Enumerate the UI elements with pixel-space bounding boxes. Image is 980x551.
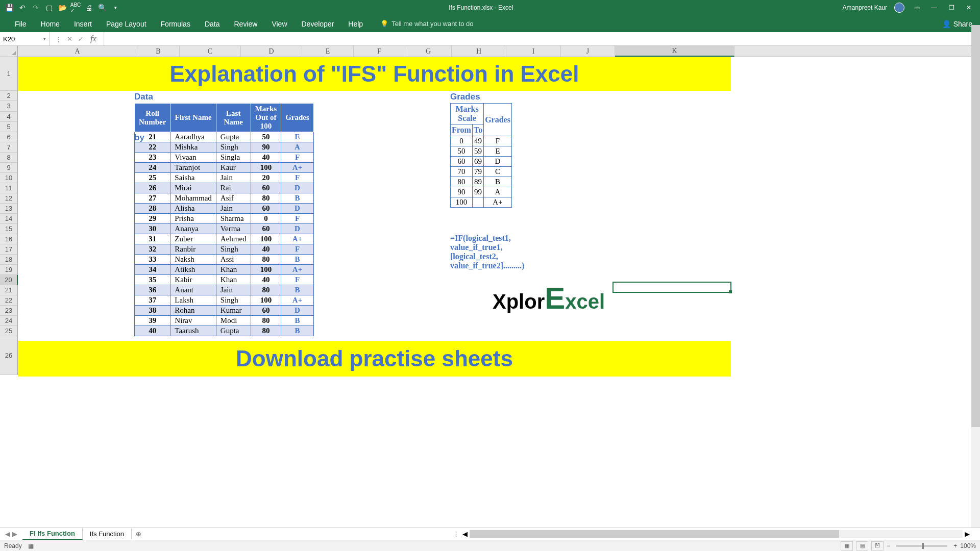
tell-me[interactable]: 💡 Tell me what you want to do <box>380 20 473 28</box>
col-header-E[interactable]: E <box>302 46 354 57</box>
table-row[interactable]: 21AaradhyaGupta50E <box>135 132 314 142</box>
macro-icon[interactable]: ▦ <box>28 542 34 549</box>
th-scale[interactable]: Marks Scale <box>451 104 484 124</box>
table-row[interactable]: 22MishkaSingh90A <box>135 142 314 153</box>
th-marks[interactable]: Marks Out of 100 <box>251 104 281 132</box>
row-header-12[interactable]: 12 <box>0 193 18 204</box>
row-header-25[interactable]: 25 <box>0 326 18 336</box>
ribbon-tab-formulas[interactable]: Formulas <box>154 17 198 31</box>
row-header-15[interactable]: 15 <box>0 224 18 234</box>
redo-icon[interactable]: ↷ <box>32 4 40 12</box>
quickprint-icon[interactable]: 🖨 <box>85 4 93 12</box>
enter-icon[interactable]: ✓ <box>76 35 85 43</box>
col-header-A[interactable]: A <box>18 46 137 57</box>
row-header-26[interactable]: 26 <box>0 336 18 375</box>
pagelayout-view-icon[interactable]: ▤ <box>856 541 868 550</box>
zoom-value[interactable]: 100% <box>960 542 976 549</box>
col-header-G[interactable]: G <box>405 46 452 57</box>
col-header-J[interactable]: J <box>561 46 615 57</box>
minimize-icon[interactable]: — <box>929 3 939 13</box>
row-header-5[interactable]: 5 <box>0 122 18 132</box>
row-header-8[interactable]: 8 <box>0 153 18 163</box>
ribbon-tab-file[interactable]: File <box>8 17 34 31</box>
row-header-21[interactable]: 21 <box>0 285 18 295</box>
close-icon[interactable]: ✕ <box>964 3 974 13</box>
fx-icon[interactable]: fx <box>87 34 100 43</box>
ribbon-tab-home[interactable]: Home <box>34 17 67 31</box>
ribbon-tab-insert[interactable]: Insert <box>67 17 99 31</box>
col-header-K[interactable]: K <box>615 46 734 57</box>
th-grade[interactable]: Grades <box>281 104 314 132</box>
save-icon[interactable]: 💾 <box>5 4 13 12</box>
formula-input[interactable] <box>104 35 968 43</box>
table-row[interactable]: 32RanbirSingh40F <box>135 244 314 255</box>
row-header-1[interactable]: 1 <box>0 57 18 91</box>
row-header-6[interactable]: 6 <box>0 132 18 142</box>
ribbon-tab-page-layout[interactable]: Page Layout <box>99 17 154 31</box>
sheet-tab-other[interactable]: Ifs Function <box>83 529 132 539</box>
table-row[interactable]: 25SaishaJain20F <box>135 173 314 183</box>
row-header-16[interactable]: 16 <box>0 234 18 244</box>
tab-prev-icon[interactable]: ◀ <box>5 530 10 538</box>
normal-view-icon[interactable]: ▦ <box>841 541 853 550</box>
table-row[interactable]: 37LakshSingh100A+ <box>135 295 314 306</box>
table-row[interactable]: 29PrishaSharma0F <box>135 214 314 224</box>
col-header-D[interactable]: D <box>241 46 302 57</box>
avatar[interactable] <box>894 3 904 13</box>
table-row[interactable]: 39NiravModi80B <box>135 316 314 326</box>
col-header-B[interactable]: B <box>137 46 180 57</box>
table-row[interactable]: 27MohammadAsif80B <box>135 193 314 204</box>
th-grades[interactable]: Grades <box>484 104 512 136</box>
cancel-icon[interactable]: ✕ <box>65 35 74 43</box>
ribbon-tab-data[interactable]: Data <box>198 17 227 31</box>
row-header-4[interactable]: 4 <box>0 112 18 122</box>
row-header-9[interactable]: 9 <box>0 163 18 173</box>
fx-dropdown[interactable]: ⋮ <box>54 35 63 43</box>
spellcheck-icon[interactable]: ABC✓ <box>71 4 80 12</box>
add-sheet-icon[interactable]: ⊕ <box>132 530 145 538</box>
table-row[interactable]: 40TaarushGupta80B <box>135 326 314 336</box>
row-header-22[interactable]: 22 <box>0 295 18 306</box>
col-header-I[interactable]: I <box>506 46 561 57</box>
tab-next-icon[interactable]: ▶ <box>12 530 17 538</box>
th-from[interactable]: From <box>451 124 473 136</box>
table-row[interactable]: 8089B <box>451 177 512 187</box>
ribbon-tab-help[interactable]: Help <box>341 17 370 31</box>
new-icon[interactable]: ▢ <box>45 4 53 12</box>
row-header-3[interactable]: 3 <box>0 101 18 112</box>
share-button[interactable]: 👤 Share <box>942 20 972 28</box>
table-row[interactable]: 7079C <box>451 167 512 177</box>
ribbon-options-icon[interactable]: ▭ <box>912 3 922 13</box>
username[interactable]: Amanpreet Kaur <box>843 4 887 11</box>
open-icon[interactable]: 📂 <box>58 4 66 12</box>
row-header-17[interactable]: 17 <box>0 244 18 255</box>
table-row[interactable]: 36AnantJain80B <box>135 285 314 295</box>
table-row[interactable]: 049F <box>451 136 512 146</box>
table-row[interactable]: 24TaranjotKaur100A+ <box>135 163 314 173</box>
row-header-13[interactable]: 13 <box>0 204 18 214</box>
table-row[interactable]: 34AtikshKhan100A+ <box>135 265 314 275</box>
ribbon-tab-view[interactable]: View <box>264 17 294 31</box>
pagebreak-view-icon[interactable]: 凹 <box>871 541 884 550</box>
row-header-2[interactable]: 2 <box>0 91 18 101</box>
th-to[interactable]: To <box>472 124 483 136</box>
table-row[interactable]: 5059E <box>451 146 512 157</box>
table-row[interactable]: 6069D <box>451 157 512 167</box>
zoom-in-icon[interactable]: + <box>953 542 957 549</box>
row-header-14[interactable]: 14 <box>0 214 18 224</box>
ribbon-tab-review[interactable]: Review <box>227 17 265 31</box>
table-row[interactable]: 30AnanyaVerma60D <box>135 224 314 234</box>
zoom-out-icon[interactable]: − <box>887 542 890 549</box>
row-header-7[interactable]: 7 <box>0 142 18 153</box>
students-table[interactable]: Roll Number First Name Last Name Marks O… <box>134 103 314 336</box>
th-firstname[interactable]: First Name <box>170 104 216 132</box>
row-header-19[interactable]: 19 <box>0 265 18 275</box>
selected-cell[interactable] <box>612 282 731 293</box>
ribbon-tab-developer[interactable]: Developer <box>295 17 341 31</box>
row-header-10[interactable]: 10 <box>0 173 18 183</box>
table-row[interactable]: 28AlishaJain60D <box>135 204 314 214</box>
row-header-24[interactable]: 24 <box>0 316 18 326</box>
name-box[interactable]: K20 <box>0 32 50 45</box>
zoom-slider[interactable] <box>896 545 947 547</box>
row-header-23[interactable]: 23 <box>0 306 18 316</box>
